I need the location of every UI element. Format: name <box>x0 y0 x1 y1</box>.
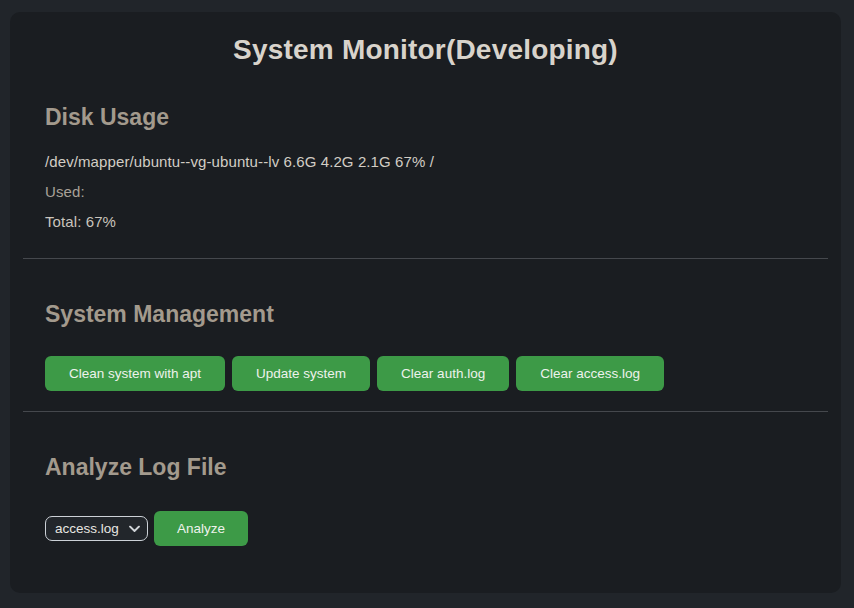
analyze-log-heading: Analyze Log File <box>45 454 806 481</box>
disk-usage-heading: Disk Usage <box>45 104 806 131</box>
system-management-button-row: Clean system with apt Update system Clea… <box>45 356 806 391</box>
page-title: System Monitor(Developing) <box>45 34 806 66</box>
clear-access-log-button[interactable]: Clear access.log <box>516 356 664 391</box>
clean-system-button[interactable]: Clean system with apt <box>45 356 225 391</box>
disk-usage-section: Disk Usage /dev/mapper/ubuntu--vg-ubuntu… <box>45 104 806 230</box>
analyze-log-section: Analyze Log File access.log Analyze <box>45 454 806 546</box>
analyze-button[interactable]: Analyze <box>154 511 248 546</box>
update-system-button[interactable]: Update system <box>232 356 370 391</box>
disk-usage-total-line: Total: 67% <box>45 213 806 230</box>
section-divider <box>23 258 828 259</box>
disk-usage-df-line: /dev/mapper/ubuntu--vg-ubuntu--lv 6.6G 4… <box>45 153 806 170</box>
main-panel: System Monitor(Developing) Disk Usage /d… <box>10 12 841 593</box>
system-management-heading: System Management <box>45 301 806 328</box>
log-file-select[interactable]: access.log <box>45 516 148 541</box>
disk-usage-used-label: Used: <box>45 183 806 200</box>
system-management-section: System Management Clean system with apt … <box>45 301 806 391</box>
section-divider <box>23 411 828 412</box>
analyze-controls: access.log Analyze <box>45 511 806 546</box>
clear-auth-log-button[interactable]: Clear auth.log <box>377 356 509 391</box>
log-file-select-wrapper: access.log <box>45 516 148 541</box>
